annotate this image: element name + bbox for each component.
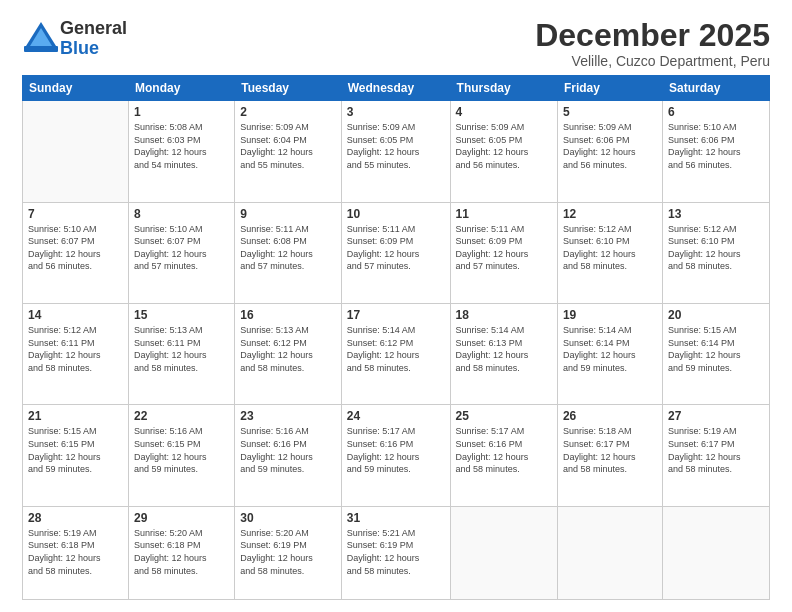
table-row: 22Sunrise: 5:16 AM Sunset: 6:15 PM Dayli…: [128, 405, 234, 506]
table-row: 7Sunrise: 5:10 AM Sunset: 6:07 PM Daylig…: [23, 202, 129, 303]
table-row: 14Sunrise: 5:12 AM Sunset: 6:11 PM Dayli…: [23, 303, 129, 404]
col-tuesday: Tuesday: [235, 76, 342, 101]
day-info: Sunrise: 5:08 AM Sunset: 6:03 PM Dayligh…: [134, 121, 229, 171]
table-row: 3Sunrise: 5:09 AM Sunset: 6:05 PM Daylig…: [341, 101, 450, 202]
day-info: Sunrise: 5:10 AM Sunset: 6:07 PM Dayligh…: [28, 223, 123, 273]
table-row: 24Sunrise: 5:17 AM Sunset: 6:16 PM Dayli…: [341, 405, 450, 506]
day-number: 6: [668, 105, 764, 119]
day-number: 18: [456, 308, 552, 322]
table-row: 15Sunrise: 5:13 AM Sunset: 6:11 PM Dayli…: [128, 303, 234, 404]
day-number: 23: [240, 409, 336, 423]
day-number: 10: [347, 207, 445, 221]
day-number: 7: [28, 207, 123, 221]
logo-blue-text: Blue: [60, 39, 127, 59]
table-row: 28Sunrise: 5:19 AM Sunset: 6:18 PM Dayli…: [23, 506, 129, 599]
day-number: 17: [347, 308, 445, 322]
day-number: 9: [240, 207, 336, 221]
table-row: 11Sunrise: 5:11 AM Sunset: 6:09 PM Dayli…: [450, 202, 557, 303]
day-number: 25: [456, 409, 552, 423]
day-number: 16: [240, 308, 336, 322]
logo-general-text: General: [60, 19, 127, 39]
col-sunday: Sunday: [23, 76, 129, 101]
table-row: 20Sunrise: 5:15 AM Sunset: 6:14 PM Dayli…: [662, 303, 769, 404]
day-number: 4: [456, 105, 552, 119]
table-row: 27Sunrise: 5:19 AM Sunset: 6:17 PM Dayli…: [662, 405, 769, 506]
day-info: Sunrise: 5:21 AM Sunset: 6:19 PM Dayligh…: [347, 527, 445, 577]
day-number: 22: [134, 409, 229, 423]
table-row: 6Sunrise: 5:10 AM Sunset: 6:06 PM Daylig…: [662, 101, 769, 202]
table-row: 8Sunrise: 5:10 AM Sunset: 6:07 PM Daylig…: [128, 202, 234, 303]
day-number: 21: [28, 409, 123, 423]
table-row: 18Sunrise: 5:14 AM Sunset: 6:13 PM Dayli…: [450, 303, 557, 404]
day-info: Sunrise: 5:10 AM Sunset: 6:06 PM Dayligh…: [668, 121, 764, 171]
col-monday: Monday: [128, 76, 234, 101]
table-row: 29Sunrise: 5:20 AM Sunset: 6:18 PM Dayli…: [128, 506, 234, 599]
day-info: Sunrise: 5:13 AM Sunset: 6:12 PM Dayligh…: [240, 324, 336, 374]
table-row: [450, 506, 557, 599]
table-row: 16Sunrise: 5:13 AM Sunset: 6:12 PM Dayli…: [235, 303, 342, 404]
table-row: 31Sunrise: 5:21 AM Sunset: 6:19 PM Dayli…: [341, 506, 450, 599]
table-row: [662, 506, 769, 599]
table-row: 10Sunrise: 5:11 AM Sunset: 6:09 PM Dayli…: [341, 202, 450, 303]
logo-text: General Blue: [60, 19, 127, 59]
day-info: Sunrise: 5:09 AM Sunset: 6:04 PM Dayligh…: [240, 121, 336, 171]
day-info: Sunrise: 5:15 AM Sunset: 6:15 PM Dayligh…: [28, 425, 123, 475]
table-row: 9Sunrise: 5:11 AM Sunset: 6:08 PM Daylig…: [235, 202, 342, 303]
table-row: 26Sunrise: 5:18 AM Sunset: 6:17 PM Dayli…: [557, 405, 662, 506]
day-number: 2: [240, 105, 336, 119]
day-info: Sunrise: 5:11 AM Sunset: 6:09 PM Dayligh…: [347, 223, 445, 273]
logo: General Blue: [22, 18, 127, 60]
day-info: Sunrise: 5:19 AM Sunset: 6:17 PM Dayligh…: [668, 425, 764, 475]
table-row: 12Sunrise: 5:12 AM Sunset: 6:10 PM Dayli…: [557, 202, 662, 303]
table-row: 17Sunrise: 5:14 AM Sunset: 6:12 PM Dayli…: [341, 303, 450, 404]
col-wednesday: Wednesday: [341, 76, 450, 101]
table-row: 5Sunrise: 5:09 AM Sunset: 6:06 PM Daylig…: [557, 101, 662, 202]
day-number: 12: [563, 207, 657, 221]
day-number: 11: [456, 207, 552, 221]
day-info: Sunrise: 5:17 AM Sunset: 6:16 PM Dayligh…: [456, 425, 552, 475]
table-row: [557, 506, 662, 599]
month-title: December 2025: [535, 18, 770, 53]
day-info: Sunrise: 5:20 AM Sunset: 6:18 PM Dayligh…: [134, 527, 229, 577]
day-number: 24: [347, 409, 445, 423]
table-row: 4Sunrise: 5:09 AM Sunset: 6:05 PM Daylig…: [450, 101, 557, 202]
location-subtitle: Velille, Cuzco Department, Peru: [535, 53, 770, 69]
day-info: Sunrise: 5:18 AM Sunset: 6:17 PM Dayligh…: [563, 425, 657, 475]
day-number: 26: [563, 409, 657, 423]
day-number: 30: [240, 511, 336, 525]
day-number: 14: [28, 308, 123, 322]
day-number: 3: [347, 105, 445, 119]
table-row: 25Sunrise: 5:17 AM Sunset: 6:16 PM Dayli…: [450, 405, 557, 506]
day-number: 13: [668, 207, 764, 221]
table-row: 23Sunrise: 5:16 AM Sunset: 6:16 PM Dayli…: [235, 405, 342, 506]
day-number: 19: [563, 308, 657, 322]
day-number: 29: [134, 511, 229, 525]
table-row: 2Sunrise: 5:09 AM Sunset: 6:04 PM Daylig…: [235, 101, 342, 202]
day-info: Sunrise: 5:12 AM Sunset: 6:11 PM Dayligh…: [28, 324, 123, 374]
day-number: 15: [134, 308, 229, 322]
table-row: [23, 101, 129, 202]
day-info: Sunrise: 5:19 AM Sunset: 6:18 PM Dayligh…: [28, 527, 123, 577]
day-info: Sunrise: 5:16 AM Sunset: 6:15 PM Dayligh…: [134, 425, 229, 475]
day-number: 31: [347, 511, 445, 525]
day-number: 5: [563, 105, 657, 119]
day-number: 27: [668, 409, 764, 423]
header: General Blue December 2025 Velille, Cuzc…: [22, 18, 770, 69]
title-block: December 2025 Velille, Cuzco Department,…: [535, 18, 770, 69]
table-row: 21Sunrise: 5:15 AM Sunset: 6:15 PM Dayli…: [23, 405, 129, 506]
day-info: Sunrise: 5:14 AM Sunset: 6:13 PM Dayligh…: [456, 324, 552, 374]
day-info: Sunrise: 5:10 AM Sunset: 6:07 PM Dayligh…: [134, 223, 229, 273]
day-info: Sunrise: 5:09 AM Sunset: 6:05 PM Dayligh…: [347, 121, 445, 171]
day-info: Sunrise: 5:13 AM Sunset: 6:11 PM Dayligh…: [134, 324, 229, 374]
table-row: 30Sunrise: 5:20 AM Sunset: 6:19 PM Dayli…: [235, 506, 342, 599]
day-info: Sunrise: 5:09 AM Sunset: 6:06 PM Dayligh…: [563, 121, 657, 171]
table-row: 13Sunrise: 5:12 AM Sunset: 6:10 PM Dayli…: [662, 202, 769, 303]
day-info: Sunrise: 5:12 AM Sunset: 6:10 PM Dayligh…: [563, 223, 657, 273]
calendar-table: Sunday Monday Tuesday Wednesday Thursday…: [22, 75, 770, 600]
svg-rect-2: [24, 46, 58, 52]
day-info: Sunrise: 5:20 AM Sunset: 6:19 PM Dayligh…: [240, 527, 336, 577]
day-number: 20: [668, 308, 764, 322]
day-info: Sunrise: 5:12 AM Sunset: 6:10 PM Dayligh…: [668, 223, 764, 273]
table-row: 1Sunrise: 5:08 AM Sunset: 6:03 PM Daylig…: [128, 101, 234, 202]
day-info: Sunrise: 5:16 AM Sunset: 6:16 PM Dayligh…: [240, 425, 336, 475]
